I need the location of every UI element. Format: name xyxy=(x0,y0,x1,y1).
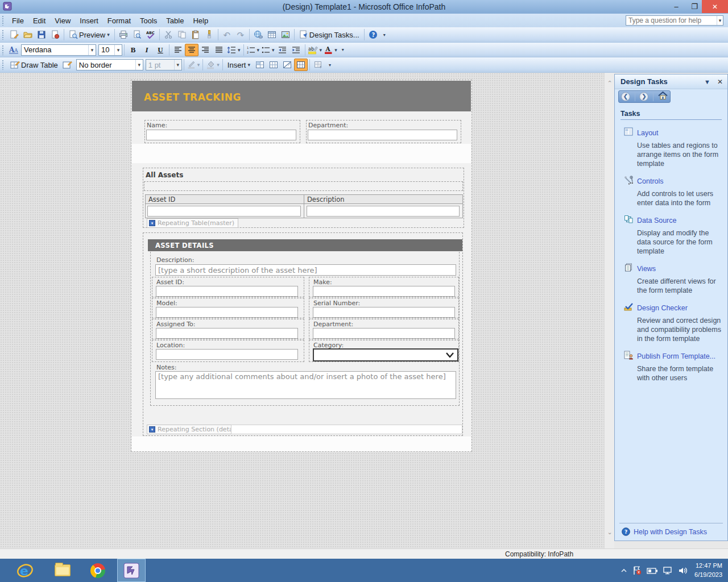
styles-button[interactable]: AA xyxy=(7,44,21,56)
category-select[interactable] xyxy=(313,348,458,361)
asset-id-detail-cell[interactable]: Asset ID: xyxy=(152,277,304,297)
menu-view[interactable]: View xyxy=(50,15,75,27)
minimize-button[interactable]: – xyxy=(668,0,685,13)
insert-menu-button[interactable]: Insert ▾ xyxy=(225,59,253,71)
task-link-publish[interactable]: Publish Form Template... xyxy=(637,352,715,360)
action-center-flag-icon[interactable] xyxy=(632,566,642,576)
help-with-design-tasks-link[interactable]: Help with Design Tasks xyxy=(634,528,707,536)
save-button[interactable] xyxy=(35,28,48,41)
design-tasks-button[interactable]: Design Tasks... xyxy=(296,28,362,41)
print-button[interactable] xyxy=(117,28,130,41)
taskbar-internet-explorer-icon[interactable]: e xyxy=(13,559,38,582)
repeating-section-dropdown-icon[interactable]: ▾ xyxy=(149,426,155,433)
network-icon[interactable] xyxy=(663,566,673,575)
task-item-publish[interactable]: Publish Form Template... xyxy=(621,351,722,361)
font-size-combo[interactable]: 10 ▾ xyxy=(98,44,122,56)
scroll-down-icon[interactable]: ⌄ xyxy=(606,529,614,536)
show-hidden-icons-chevron[interactable] xyxy=(621,568,627,573)
draw-table-button[interactable]: Draw Table xyxy=(7,59,61,71)
preview-button[interactable]: Preview ▾ xyxy=(66,28,113,41)
italic-button[interactable]: I xyxy=(140,44,154,56)
numbering-button[interactable]: 12▾ xyxy=(246,44,261,56)
category-detail-cell[interactable]: Category: xyxy=(309,340,459,362)
make-detail-cell[interactable]: Make: xyxy=(309,277,459,297)
close-button[interactable]: ✕ xyxy=(702,0,728,13)
model-detail-input[interactable] xyxy=(156,307,298,318)
underline-button[interactable]: U xyxy=(154,44,167,56)
help-button[interactable]: ? xyxy=(366,28,380,41)
scroll-up-icon[interactable]: ⌃ xyxy=(606,80,614,87)
task-item-layout[interactable]: Layout xyxy=(621,127,722,138)
bullets-button[interactable]: ▾ xyxy=(260,44,276,56)
forward-icon[interactable]: ❯ xyxy=(639,92,648,101)
table-split-cells-button[interactable] xyxy=(267,59,280,71)
menu-table[interactable]: Table xyxy=(162,15,188,27)
taskbar-clock[interactable]: 12:47 PM 6/19/2023 xyxy=(694,562,722,580)
align-right-button[interactable] xyxy=(198,44,212,56)
toolbar-options-button[interactable]: ▾ xyxy=(381,28,388,41)
paste-button[interactable] xyxy=(189,28,202,41)
undo-button[interactable]: ↶ xyxy=(220,28,234,41)
redo-button[interactable]: ↷ xyxy=(234,28,247,41)
task-item-data-source[interactable]: Data Source xyxy=(621,215,722,225)
all-assets-table[interactable]: Asset ID Description xyxy=(145,194,463,218)
preview-dropdown-arrow[interactable]: ▾ xyxy=(107,32,110,38)
menu-help[interactable]: Help xyxy=(188,15,213,27)
toolbar-options-button[interactable]: ▾ xyxy=(326,59,333,71)
name-field-cell[interactable]: Name: xyxy=(144,120,300,143)
border-style-combo[interactable]: No border ▾ xyxy=(76,59,143,70)
help-question-input[interactable] xyxy=(626,16,717,24)
repeating-section-tab[interactable]: ▾ Repeating Section (detail) xyxy=(147,425,243,434)
help-question-dropdown-arrow[interactable]: ▾ xyxy=(717,16,723,25)
location-detail-cell[interactable]: Location: xyxy=(152,340,304,362)
insert-hyperlink-button[interactable] xyxy=(251,28,265,41)
restore-button[interactable]: ❐ xyxy=(686,0,703,13)
taskbar-infopath-icon[interactable] xyxy=(117,559,146,582)
toolbar-options-button[interactable]: ▾ xyxy=(340,44,346,56)
home-icon[interactable] xyxy=(658,91,668,102)
assigned-to-detail-input[interactable] xyxy=(156,328,298,339)
taskbar-chrome-icon[interactable] xyxy=(85,559,110,582)
department-field-cell[interactable]: Department: xyxy=(306,120,461,143)
assigned-to-detail-cell[interactable]: Assigned To: xyxy=(152,319,304,339)
asset-id-cell[interactable] xyxy=(145,203,304,218)
help-question-box[interactable]: ▾ xyxy=(626,15,723,26)
description-table-input[interactable] xyxy=(307,206,460,217)
asset-id-column-header[interactable]: Asset ID xyxy=(145,194,304,204)
task-link-data-source[interactable]: Data Source xyxy=(637,217,676,225)
task-pane-help-row[interactable]: ? Help with Design Tasks xyxy=(619,523,723,536)
menu-insert[interactable]: Insert xyxy=(75,15,103,27)
bold-button[interactable]: B xyxy=(126,44,140,56)
table-pencil-icon[interactable] xyxy=(61,59,75,71)
form-template-page[interactable]: ASSET TRACKING Name: Department: All Ass… xyxy=(131,80,472,452)
department-input[interactable] xyxy=(308,130,457,140)
notes-textarea[interactable] xyxy=(155,371,456,399)
taskbar-file-explorer-icon[interactable] xyxy=(50,559,75,582)
asset-details-section[interactable]: ASSET DETAILS Description: Asset ID: Mak… xyxy=(143,232,463,436)
task-item-controls[interactable]: Controls xyxy=(621,176,722,186)
insert-picture-button[interactable] xyxy=(279,28,292,41)
spelling-button[interactable]: ABC xyxy=(144,28,158,41)
serial-number-detail-cell[interactable]: Serial Number: xyxy=(309,298,459,318)
menu-file[interactable]: File xyxy=(7,15,28,27)
justify-button[interactable] xyxy=(212,44,226,56)
cut-button[interactable] xyxy=(162,28,175,41)
task-link-layout[interactable]: Layout xyxy=(637,129,659,137)
model-detail-cell[interactable]: Model: xyxy=(152,298,304,318)
all-assets-empty-row[interactable] xyxy=(144,181,463,191)
font-color-button[interactable]: A▾ xyxy=(323,44,338,56)
name-input[interactable] xyxy=(146,130,296,140)
font-name-dropdown-arrow[interactable]: ▾ xyxy=(88,45,96,55)
highlight-color-button[interactable]: ab▾ xyxy=(307,44,324,56)
vertical-scrollbar[interactable]: ⌃ ⌄ xyxy=(604,73,614,548)
department-detail-cell[interactable]: Department: xyxy=(309,319,459,339)
location-detail-input[interactable] xyxy=(156,349,298,360)
font-size-dropdown-arrow[interactable]: ▾ xyxy=(114,45,122,55)
font-name-combo[interactable]: Verdana ▾ xyxy=(21,44,96,56)
task-pane-close-icon[interactable]: ✕ xyxy=(717,78,723,86)
new-form-button[interactable] xyxy=(7,28,21,41)
task-link-controls[interactable]: Controls xyxy=(637,177,664,185)
make-detail-input[interactable] xyxy=(313,286,455,297)
details-description-input[interactable] xyxy=(155,264,456,276)
back-icon[interactable]: ❮ xyxy=(621,92,630,101)
